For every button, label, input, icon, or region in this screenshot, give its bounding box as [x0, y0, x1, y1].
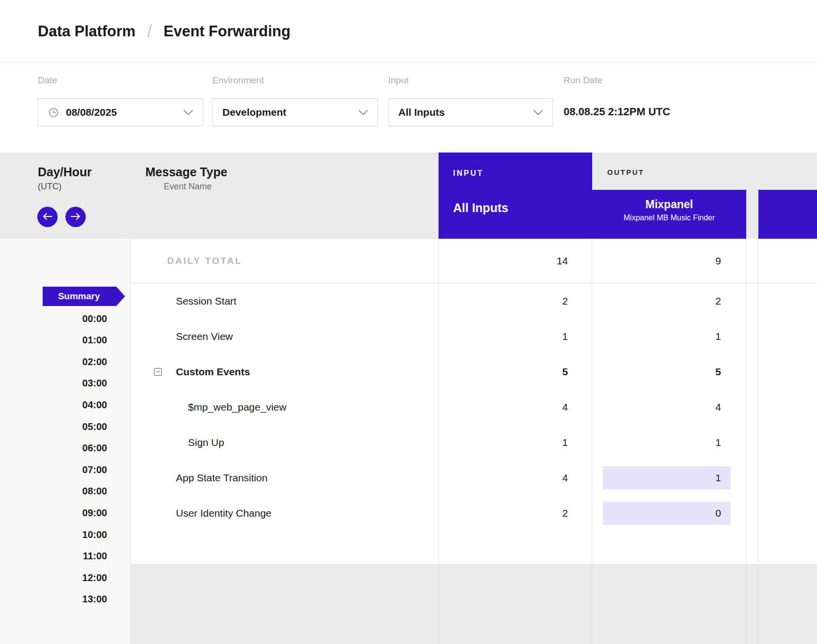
output-subtitle: Mixpanel MB Music Finder: [592, 214, 746, 222]
environment-filter-label: Environment: [212, 75, 264, 86]
summary-row-selector[interactable]: Summary: [43, 287, 125, 306]
clock-icon: [48, 107, 59, 118]
time-column: Summary 00:0001:0002:0003:0004:0005:0006…: [0, 239, 131, 644]
event-name: Sign Up: [188, 437, 224, 448]
event-name-subtitle: Event Name: [164, 182, 227, 192]
input-count: 1: [439, 437, 568, 448]
time-slot[interactable]: 10:00: [82, 529, 107, 540]
time-slot[interactable]: 13:00: [82, 594, 107, 605]
time-slot[interactable]: 07:00: [82, 464, 107, 475]
output-column-header-partial[interactable]: [758, 190, 817, 239]
chevron-down-icon: [184, 110, 193, 115]
event-name: $mp_web_page_view: [188, 401, 286, 413]
time-slot[interactable]: 09:00: [82, 507, 107, 519]
date-filter-label: Date: [38, 75, 57, 86]
input-count: 2: [439, 295, 568, 307]
input-count: 2: [439, 507, 568, 519]
day-hour-title: Day/Hour: [38, 165, 92, 179]
table-row: App State Transition 4 1: [131, 460, 817, 495]
event-name: Custom Events: [176, 366, 250, 378]
breadcrumb-separator: /: [147, 21, 152, 42]
day-navigation: [37, 207, 86, 227]
output-name: Mixpanel: [592, 198, 746, 211]
output-count: 4: [592, 401, 721, 413]
input-count: 4: [439, 472, 568, 484]
time-slot[interactable]: 04:00: [82, 399, 107, 411]
input-column-value: All Inputs: [453, 201, 508, 215]
arrow-right-icon: [71, 213, 80, 222]
table-row: User Identity Change 2 0: [131, 495, 817, 531]
column-divider: [758, 239, 758, 644]
output-column-label: OUTPUT: [607, 168, 644, 176]
output-count: 5: [592, 366, 721, 378]
column-divider: [746, 239, 746, 644]
output-count-highlighted[interactable]: 1: [603, 466, 731, 490]
table-row: Screen View 1 1: [131, 319, 817, 354]
breadcrumb-section[interactable]: Data Platform: [38, 23, 136, 40]
output-count-highlighted[interactable]: 0: [603, 502, 731, 525]
input-column-label: INPUT: [453, 169, 484, 178]
column-divider: [592, 239, 592, 644]
page-title: Event Forwarding: [164, 23, 291, 40]
daily-total-input-count: 14: [439, 255, 568, 267]
day-hour-subtitle: (UTC): [38, 182, 92, 192]
daily-total-row: DAILY TOTAL 14 9: [131, 239, 817, 283]
next-day-button[interactable]: [65, 207, 86, 227]
environment-select-value: Development: [222, 107, 286, 118]
output-count: 1: [592, 437, 721, 448]
event-name: User Identity Change: [176, 507, 271, 519]
table-row: Custom Events 5 5: [131, 354, 817, 389]
breadcrumb: Data Platform / Event Forwarding: [0, 0, 817, 63]
time-slot[interactable]: 08:00: [82, 486, 107, 497]
time-slot[interactable]: 00:00: [82, 313, 107, 324]
time-slot[interactable]: 02:00: [82, 356, 107, 368]
message-type-header: Message Type Event Name: [145, 165, 227, 192]
chevron-down-icon: [534, 110, 543, 115]
table-row: Sign Up 1 1: [131, 425, 817, 460]
daily-total-label: DAILY TOTAL: [167, 256, 242, 266]
day-hour-header: Day/Hour (UTC): [38, 165, 92, 192]
input-column-header[interactable]: INPUT All Inputs: [439, 153, 592, 239]
output-count: 2: [592, 295, 721, 307]
time-slot[interactable]: 01:00: [82, 335, 107, 346]
output-count: 1: [592, 331, 721, 342]
event-name: Session Start: [176, 295, 236, 307]
time-slot[interactable]: 03:00: [82, 378, 107, 389]
event-name: App State Transition: [176, 472, 267, 484]
environment-select[interactable]: Development: [212, 98, 378, 126]
table-body: Summary 00:0001:0002:0003:0004:0005:0006…: [0, 239, 817, 644]
input-count: 5: [439, 366, 568, 378]
table-row: Session Start 2 2: [131, 283, 817, 319]
arrow-left-icon: [43, 213, 52, 222]
input-select[interactable]: All Inputs: [388, 98, 553, 126]
time-slot[interactable]: 12:00: [82, 572, 107, 583]
date-select-value: 08/08/2025: [66, 107, 117, 118]
input-filter-label: Input: [388, 75, 408, 86]
input-count: 1: [439, 331, 568, 342]
time-slot[interactable]: 05:00: [82, 421, 107, 432]
input-count: 4: [439, 401, 568, 413]
event-forwarding-page: Data Platform / Event Forwarding Date En…: [0, 0, 817, 644]
daily-total-output-count: 9: [592, 255, 721, 267]
input-select-value: All Inputs: [398, 107, 445, 118]
column-divider: [438, 239, 439, 644]
table-header: Day/Hour (UTC) Message Type Event Name O…: [0, 153, 817, 239]
event-name: Screen View: [176, 331, 233, 342]
run-date-label: Run Date: [564, 75, 602, 86]
collapse-icon[interactable]: [154, 368, 162, 376]
message-type-title: Message Type: [145, 165, 227, 179]
date-select[interactable]: 08/08/2025: [38, 98, 203, 126]
table-row: $mp_web_page_view 4 4: [131, 389, 817, 425]
run-date-value: 08.08.25 2:12PM UTC: [564, 106, 670, 118]
time-slot[interactable]: 11:00: [83, 551, 107, 562]
time-slot[interactable]: 06:00: [82, 443, 107, 454]
chevron-down-icon: [359, 110, 368, 115]
empty-grid-area: [131, 564, 817, 644]
previous-day-button[interactable]: [37, 207, 58, 227]
output-column-header[interactable]: Mixpanel Mixpanel MB Music Finder: [592, 190, 746, 239]
